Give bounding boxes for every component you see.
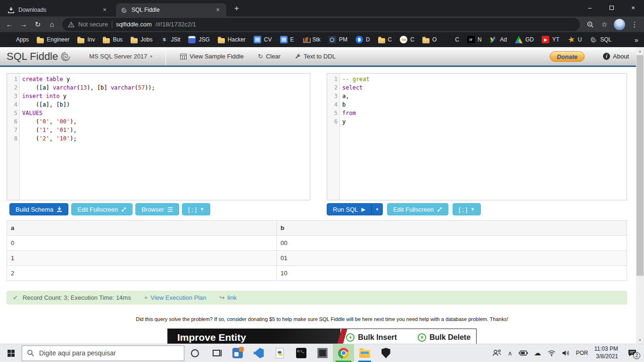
close-window-button[interactable]: × [622, 0, 644, 16]
bookmark-bus[interactable]: Bus [103, 36, 123, 43]
python-file-app[interactable] [269, 344, 290, 362]
search-input[interactable] [39, 349, 179, 357]
page-scrollbar[interactable]: ▲ ▼ [636, 47, 644, 344]
bookmark-c1[interactable]: C [378, 36, 392, 43]
cortana-button[interactable] [184, 344, 206, 362]
bookmark-hacker[interactable]: Hacker [218, 36, 246, 43]
url-bar[interactable]: Not secure sqlfiddle.com/#!18/1732c2/1 [62, 18, 580, 31]
scroll-down-arrow[interactable]: ▼ [636, 336, 644, 344]
run-sql-button[interactable]: Run SQL▶ [327, 203, 372, 215]
scroll-up-arrow[interactable]: ▲ [636, 47, 644, 55]
query-terminator-dropdown[interactable]: [ ; ]▼ [453, 203, 481, 215]
folder-icon [103, 38, 110, 43]
bookmark-c3[interactable]: C [445, 36, 459, 43]
query-code[interactable]: -- great select a, b from y [340, 74, 627, 200]
restore-button[interactable] [601, 0, 622, 16]
speaker-icon[interactable] [562, 350, 570, 356]
taskbar-clock[interactable]: 11:03 PM 3/8/2021 [594, 346, 618, 360]
donate-button[interactable]: Donate [550, 51, 585, 62]
build-schema-button[interactable]: Build Schema [9, 203, 68, 215]
sql-fiddle-logo[interactable]: SQL Fiddle [7, 50, 72, 63]
bookmarks-overflow-chevron[interactable]: » [635, 36, 638, 44]
zoom-out-indicator-icon[interactable] [584, 18, 597, 31]
chrome-icon [338, 348, 349, 359]
bookmark-engineer[interactable]: Engineer [37, 36, 69, 43]
about-link[interactable]: i About [603, 53, 629, 60]
bookmark-pm[interactable]: PM [329, 36, 347, 43]
bookmark-o[interactable]: O [422, 36, 437, 43]
profile-avatar[interactable] [614, 19, 625, 30]
back-button[interactable]: ← [3, 18, 16, 31]
bookmark-jobs[interactable]: Jobs [131, 36, 152, 43]
bookmark-d[interactable]: D [355, 36, 370, 43]
permalink-link[interactable]: link [227, 294, 237, 301]
run-sql-dropdown[interactable]: ▼ [372, 203, 383, 215]
vmware-app[interactable] [227, 344, 248, 362]
vscode-app[interactable] [248, 344, 269, 362]
query-editor[interactable]: 12 34 56 -- great select a, b from y [327, 73, 627, 200]
command-prompt-app[interactable]: C:\_ [290, 344, 312, 362]
notification-center-button[interactable]: 2 [624, 347, 640, 359]
bookmark-u[interactable]: ★U [568, 36, 582, 43]
tray-expand-chevron[interactable]: ∧ [508, 350, 512, 357]
folder-icon [422, 38, 429, 43]
new-tab-button[interactable]: + [230, 2, 243, 16]
minimize-button[interactable]: – [579, 0, 601, 16]
menu-text-to-ddl[interactable]: Text to DDL [295, 53, 336, 60]
security-label[interactable]: Not secure [78, 21, 108, 28]
star-doodle-icon: ★ [567, 35, 576, 44]
wifi-icon[interactable] [547, 350, 556, 356]
bookmark-jsg[interactable]: JSG [188, 36, 209, 43]
tab-sql-fiddle[interactable]: SQL Fiddle × [116, 3, 226, 16]
bookmark-c2[interactable]: ooC [400, 36, 414, 43]
scrollbar-thumb[interactable] [636, 55, 644, 276]
start-button[interactable] [0, 344, 22, 362]
browser-button[interactable]: Browser [135, 203, 179, 215]
execution-status-bar: ✔ Record Count: 3; Execution Time: 14ms … [7, 291, 627, 304]
forward-button[interactable]: → [17, 18, 30, 31]
bookmark-stk[interactable]: Stk [302, 36, 321, 43]
bookmark-yt[interactable]: ▶YT [542, 36, 559, 43]
onedrive-cloud-icon[interactable]: ☁ [534, 349, 541, 357]
schema-terminator-dropdown[interactable]: [ ; ]▼ [182, 203, 210, 215]
schema-edit-fullscreen-button[interactable]: Edit Fullscreen [71, 203, 132, 215]
console-window-app[interactable] [312, 344, 333, 362]
menu-clear[interactable]: ↻ Clear [258, 53, 281, 60]
db-engine-dropdown[interactable]: MS SQL Server 2017▾ [89, 53, 152, 60]
schema-editor[interactable]: 12 34 56 78 create table y ([a] varchar(… [7, 73, 310, 200]
schema-code[interactable]: create table y ([a] varchar(13), [b] var… [20, 74, 310, 200]
expand-icon [437, 207, 442, 212]
file-explorer-app[interactable] [354, 344, 375, 362]
shield-icon [381, 348, 391, 358]
home-button[interactable]: ⌂ [45, 18, 58, 31]
tab-downloads[interactable]: Downloads × [3, 3, 113, 16]
taskbar-search[interactable] [22, 346, 184, 361]
column-header-b: b [277, 221, 627, 236]
bookmark-sql[interactable]: SQL [590, 36, 611, 43]
bookmark-jsit[interactable]: SJSit [160, 36, 180, 43]
close-tab-icon[interactable]: × [101, 6, 108, 14]
battery-icon[interactable] [519, 350, 528, 356]
defender-app[interactable] [375, 344, 396, 362]
table-row: 000 [7, 236, 627, 251]
chrome-app[interactable] [333, 344, 354, 362]
bookmark-star-icon[interactable]: ☆ [598, 18, 611, 31]
bookmark-gd[interactable]: GD [515, 36, 534, 43]
menu-view-sample-fiddle[interactable]: View Sample Fiddle [180, 53, 244, 60]
bookmark-apps[interactable]: Apps [6, 36, 29, 43]
query-edit-fullscreen-button[interactable]: Edit Fullscreen [387, 203, 448, 215]
bookmark-ad[interactable]: Ad [490, 36, 507, 43]
bookmark-cv[interactable]: CV [254, 36, 272, 43]
view-execution-plan-link[interactable]: View Execution Plan [150, 294, 206, 301]
browser-menu-icon[interactable]: ⋮ [628, 18, 641, 31]
close-tab-icon[interactable]: × [214, 6, 222, 14]
reload-button[interactable]: ↻ [31, 18, 44, 31]
bookmark-n[interactable]: ITN [467, 36, 482, 43]
ad-banner[interactable]: Improve Entity + Bulk Insert × Bulk Dele… [167, 329, 477, 344]
language-indicator[interactable]: POR [576, 350, 588, 356]
bookmark-e[interactable]: E [280, 36, 294, 43]
task-view-button[interactable] [206, 344, 227, 362]
bookmark-inv[interactable]: Inv [77, 36, 95, 43]
people-icon[interactable] [492, 349, 502, 357]
not-secure-warning-icon [68, 22, 74, 27]
